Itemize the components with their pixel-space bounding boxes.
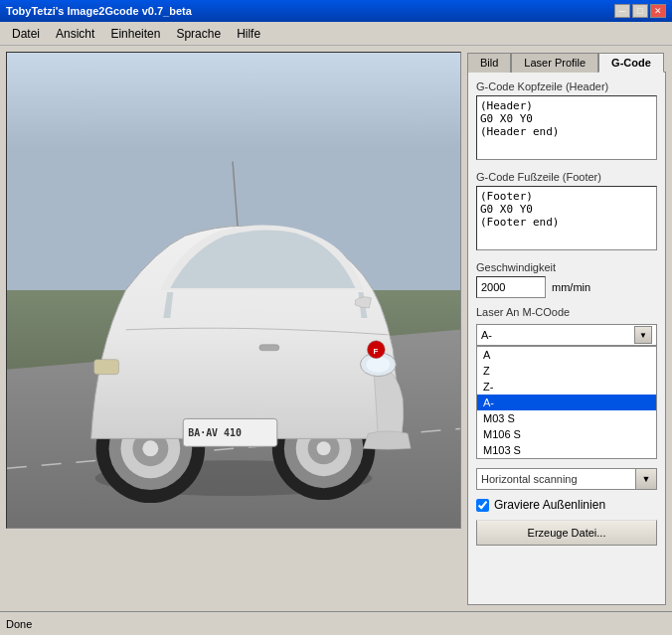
laser-selected-value: A- bbox=[481, 329, 492, 341]
svg-rect-20 bbox=[259, 345, 279, 351]
menu-hilfe[interactable]: Hilfe bbox=[229, 25, 268, 43]
scanning-arrow-icon[interactable]: ▼ bbox=[635, 468, 657, 490]
menubar: Datei Ansicht Einheiten Sprache Hilfe bbox=[0, 22, 672, 46]
window-controls: ─ □ ✕ bbox=[614, 4, 666, 18]
speed-label: Geschwindigkeit bbox=[476, 261, 657, 273]
laser-option-Zminus[interactable]: Z- bbox=[477, 379, 656, 395]
tab-laser-profile[interactable]: Laser Profile bbox=[511, 53, 598, 73]
footer-textarea[interactable]: (Footer) G0 X0 Y0 (Footer end) bbox=[476, 186, 657, 250]
menu-einheiten[interactable]: Einheiten bbox=[102, 25, 168, 43]
maximize-button[interactable]: □ bbox=[632, 4, 648, 18]
footer-section: G-Code Fußzeile (Footer) (Footer) G0 X0 … bbox=[476, 171, 657, 253]
outside-lines-checkbox[interactable] bbox=[476, 499, 489, 512]
svg-point-16 bbox=[366, 357, 390, 373]
laser-option-M03S[interactable]: M03 S bbox=[477, 410, 656, 426]
dropdown-arrow-icon[interactable]: ▼ bbox=[634, 326, 652, 344]
menu-ansicht[interactable]: Ansicht bbox=[48, 25, 102, 43]
checkbox-row: Graviere Außenlinien bbox=[476, 498, 657, 512]
svg-point-14 bbox=[317, 441, 331, 455]
laser-option-A[interactable]: A bbox=[477, 347, 656, 363]
speed-unit: mm/min bbox=[552, 281, 590, 293]
car-image: BA·AV 410 F bbox=[7, 53, 460, 528]
laser-section: Laser An M-COode A- ▼ A Z Z- A- M03 S M1… bbox=[476, 306, 657, 490]
menu-datei[interactable]: Datei bbox=[4, 25, 48, 43]
laser-label: Laser An M-COode bbox=[476, 306, 657, 318]
svg-text:BA·AV 410: BA·AV 410 bbox=[188, 427, 242, 438]
minimize-button[interactable]: ─ bbox=[614, 4, 630, 18]
header-textarea[interactable]: (Header) G0 X0 Y0 (Header end) bbox=[476, 95, 657, 160]
tab-gcode[interactable]: G-Code bbox=[598, 53, 664, 73]
tab-bild[interactable]: Bild bbox=[467, 53, 511, 73]
laser-dropdown-list: A Z Z- A- M03 S M106 S M103 S bbox=[476, 346, 657, 459]
laser-option-Aminus[interactable]: A- bbox=[477, 395, 656, 410]
image-panel: BA·AV 410 F bbox=[6, 52, 461, 529]
speed-section: Geschwindigkeit mm/min bbox=[476, 261, 657, 298]
footer-label: G-Code Fußzeile (Footer) bbox=[476, 171, 657, 183]
laser-dropdown-selected[interactable]: A- ▼ bbox=[476, 324, 657, 346]
laser-option-M106S[interactable]: M106 S bbox=[477, 426, 656, 442]
tab-content-gcode: G-Code Kopfzeile (Header) (Header) G0 X0… bbox=[467, 72, 666, 605]
generate-button[interactable]: Erzeuge Datei... bbox=[476, 520, 657, 546]
statusbar: Done bbox=[0, 611, 672, 635]
svg-rect-17 bbox=[94, 360, 119, 375]
menu-sprache[interactable]: Sprache bbox=[168, 25, 229, 43]
window-title: TobyTetzi's Image2Gcode v0.7_beta bbox=[6, 5, 192, 17]
checkbox-label: Graviere Außenlinien bbox=[494, 498, 605, 512]
tabs: Bild Laser Profile G-Code bbox=[467, 52, 666, 72]
generate-button-label: Erzeuge Datei... bbox=[528, 527, 606, 539]
header-label: G-Code Kopfzeile (Header) bbox=[476, 80, 657, 92]
header-section: G-Code Kopfzeile (Header) (Header) G0 X0… bbox=[476, 80, 657, 163]
scanning-dropdown: Horizontal scanning ▼ bbox=[476, 468, 657, 490]
main-content: BA·AV 410 F Bild Laser Profile G- bbox=[0, 46, 672, 611]
speed-input[interactable] bbox=[476, 276, 546, 298]
svg-text:F: F bbox=[373, 347, 378, 356]
right-panel: Bild Laser Profile G-Code G-Code Kopfzei… bbox=[467, 52, 666, 605]
scanning-text: Horizontal scanning bbox=[476, 468, 635, 490]
svg-point-9 bbox=[142, 440, 158, 456]
laser-option-Z[interactable]: Z bbox=[477, 363, 656, 379]
status-text: Done bbox=[6, 618, 32, 630]
laser-dropdown-container: A- ▼ A Z Z- A- M03 S M106 S M103 S bbox=[476, 324, 657, 346]
laser-option-M103S[interactable]: M103 S bbox=[477, 442, 656, 458]
speed-row: mm/min bbox=[476, 276, 657, 298]
close-button[interactable]: ✕ bbox=[650, 4, 666, 18]
titlebar: TobyTetzi's Image2Gcode v0.7_beta ─ □ ✕ bbox=[0, 0, 672, 22]
